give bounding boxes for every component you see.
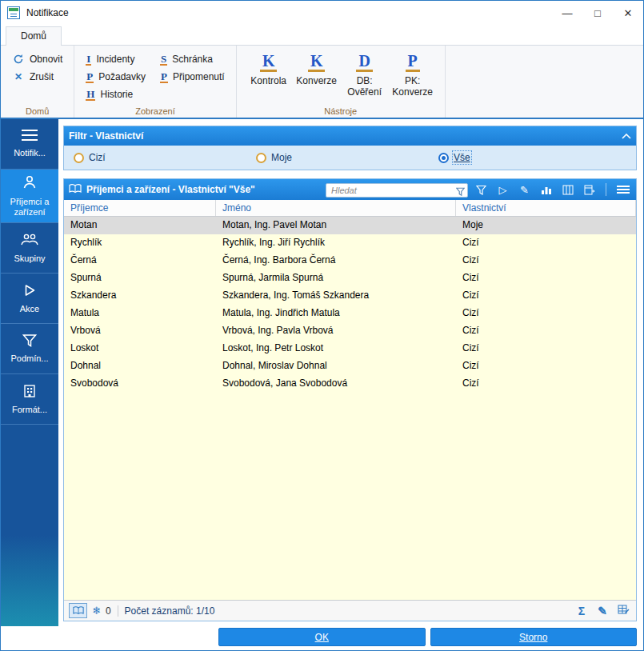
sum-icon[interactable]: Σ — [574, 605, 590, 617]
titlebar: Notifikace — □ ✕ — [1, 1, 643, 25]
divider — [606, 183, 606, 196]
pozadavky-button[interactable]: P Požadavky — [82, 68, 149, 86]
pripomenuti-icon: P — [160, 71, 168, 83]
pripomenuti-button[interactable]: P Připomenutí — [157, 68, 228, 86]
table-row[interactable]: SvobodováSvobodová, Jana SvobodováCizí — [64, 375, 636, 393]
konverze-button[interactable]: K Konverze — [293, 50, 341, 98]
incidenty-button[interactable]: I Incidenty — [82, 50, 149, 68]
table-cell: Spurná — [64, 270, 216, 287]
radio-cizi[interactable]: Cizí — [74, 152, 256, 163]
search-input[interactable] — [326, 183, 468, 198]
pozadavky-icon: P — [86, 71, 94, 83]
refresh-icon — [12, 53, 25, 66]
ribbon-group-nastroje: K Kontrola K Konverze D DB: Ověření P PK… — [237, 46, 446, 118]
incidenty-icon: I — [86, 54, 91, 66]
export-icon[interactable] — [581, 182, 598, 197]
table-cell: Cizí — [456, 234, 636, 252]
chart-icon[interactable] — [538, 182, 554, 197]
table-row[interactable]: SzkanderaSzkandera, Ing. Tomáš Szkandera… — [64, 287, 636, 305]
radio-vse[interactable]: Vše — [438, 152, 621, 163]
filter-icon[interactable] — [473, 182, 490, 197]
refresh-button[interactable]: Obnovit — [9, 50, 66, 68]
play-icon — [22, 283, 37, 301]
radio-circle-icon — [74, 153, 84, 163]
snowflake-icon[interactable]: ❄ — [92, 605, 101, 617]
table-row[interactable]: LoskotLoskot, Ing. Petr LoskotCizí — [64, 340, 636, 357]
ribbon-group-label: Nástroje — [237, 106, 445, 116]
pk-konverze-button[interactable]: P PK: Konverze — [389, 50, 437, 98]
close-button[interactable]: ✕ — [613, 1, 643, 25]
column-header-vlastnictvi[interactable]: Vlastnictví — [456, 200, 636, 216]
radio-circle-icon — [438, 153, 449, 163]
kontrola-label: Kontrola — [250, 76, 286, 87]
columns-icon[interactable] — [559, 182, 576, 197]
recipients-table-panel: Příjemci a zařízení - Vlastnictví "Vše" … — [63, 178, 637, 621]
search-filter-icon[interactable] — [456, 185, 465, 199]
table-cell: Rychlík, Ing. Jiří Rychlík — [216, 234, 456, 252]
collapse-chevron-icon[interactable] — [622, 134, 631, 139]
kontrola-icon: K — [260, 52, 278, 72]
column-header-jmeno[interactable]: Jméno — [216, 200, 456, 216]
konverze-label: Konverze — [296, 76, 337, 87]
sidebar-item-label: Podmín... — [10, 353, 48, 364]
sidebar-item-skupiny[interactable]: Skupiny — [1, 223, 58, 274]
edit-icon[interactable]: ✎ — [516, 182, 533, 197]
db-overeni-label: DB: Ověření — [341, 76, 389, 98]
table-row[interactable]: ČernáČerná, Ing. Barbora ČernáCizí — [64, 252, 636, 270]
historie-label: Historie — [100, 89, 133, 100]
tab-domu[interactable]: Domů — [6, 26, 62, 46]
schranka-button[interactable]: S Schránka — [157, 50, 228, 68]
table-body: MotanMotan, Ing. Pavel MotanMojeRychlíkR… — [64, 217, 636, 600]
sidebar-item-notifikace[interactable]: Notifik... — [1, 119, 58, 170]
table-row[interactable]: RychlíkRychlík, Ing. Jiří RychlíkCizí — [64, 234, 636, 252]
edit-icon[interactable]: ✎ — [594, 605, 610, 617]
table-cell: Loskot, Ing. Petr Loskot — [216, 340, 456, 357]
table-cell: Cizí — [456, 322, 636, 340]
table-header-row: Příjemce Jméno Vlastnictví — [64, 200, 636, 217]
status-bar: ❄ 0 Počet záznamů: 1/10 Σ ✎ — [64, 600, 636, 621]
record-count-label: Počet záznamů: 1/10 — [125, 605, 215, 617]
radio-moje[interactable]: Moje — [256, 152, 438, 163]
pozadavky-label: Požadavky — [98, 71, 146, 82]
pk-konverze-label: PK: Konverze — [389, 76, 437, 98]
sidebar-item-akce[interactable]: Akce — [1, 274, 58, 324]
table-row[interactable]: VrbováVrbová, Ing. Pavla VrbováCizí — [64, 322, 636, 340]
search-box — [326, 182, 468, 197]
sidebar-item-prijemci-a-zarizeni[interactable]: Příjemci a zařízení — [1, 170, 58, 223]
historie-icon: H — [86, 89, 95, 101]
main-area: Filtr - Vlastnictví Cizí Moje — [58, 119, 643, 626]
table-cell: Cizí — [456, 270, 636, 287]
db-overeni-button[interactable]: D DB: Ověření — [341, 50, 389, 98]
sidebar-item-label: Notifik... — [14, 148, 46, 158]
ok-button[interactable]: OK — [218, 628, 426, 646]
pripomenuti-label: Připomenutí — [173, 71, 225, 82]
table-panel-header: Příjemci a zařízení - Vlastnictví "Vše" … — [64, 179, 636, 200]
table-row[interactable]: SpurnáSpurná, Jarmila SpurnáCizí — [64, 270, 636, 287]
table-cell: Černá, Ing. Barbora Černá — [216, 252, 456, 270]
table-cell: Szkandera — [64, 287, 216, 305]
table-cell: Spurná, Jarmila Spurná — [216, 270, 456, 287]
pk-konverze-icon: P — [406, 52, 420, 72]
table-row[interactable]: MatulaMatula, Ing. Jindřich MatulaCizí — [64, 305, 636, 322]
cancel-label: Zrušit — [30, 71, 54, 82]
menu-icon[interactable] — [614, 182, 631, 197]
table-row[interactable]: DohnalDohnal, Miroslav DohnalCizí — [64, 357, 636, 375]
sidebar-item-podminky[interactable]: Podmín... — [1, 324, 58, 374]
minimize-button[interactable]: — — [552, 1, 582, 25]
filter-panel-title: Filtr - Vlastnictví — [69, 130, 143, 142]
historie-button[interactable]: H Historie — [82, 86, 149, 103]
maximize-button[interactable]: □ — [582, 1, 613, 25]
cancel-button[interactable]: ✕ Zrušit — [9, 68, 66, 86]
book-toggle-button[interactable] — [69, 603, 87, 618]
sidebar-item-format[interactable]: Formát... — [1, 374, 58, 425]
run-icon[interactable]: ▷ — [494, 182, 511, 197]
column-header-prijemce[interactable]: Příjemce — [64, 200, 216, 216]
storno-button[interactable]: Storno — [430, 628, 638, 646]
konverze-icon: K — [308, 52, 326, 72]
table-row[interactable]: MotanMotan, Ing. Pavel MotanMoje — [64, 217, 636, 234]
window-controls: — □ ✕ — [552, 1, 643, 25]
grid-edit-icon[interactable] — [615, 605, 631, 617]
filter-panel-header[interactable]: Filtr - Vlastnictví — [64, 126, 636, 146]
kontrola-button[interactable]: K Kontrola — [245, 50, 293, 98]
incidenty-label: Incidenty — [96, 54, 134, 65]
